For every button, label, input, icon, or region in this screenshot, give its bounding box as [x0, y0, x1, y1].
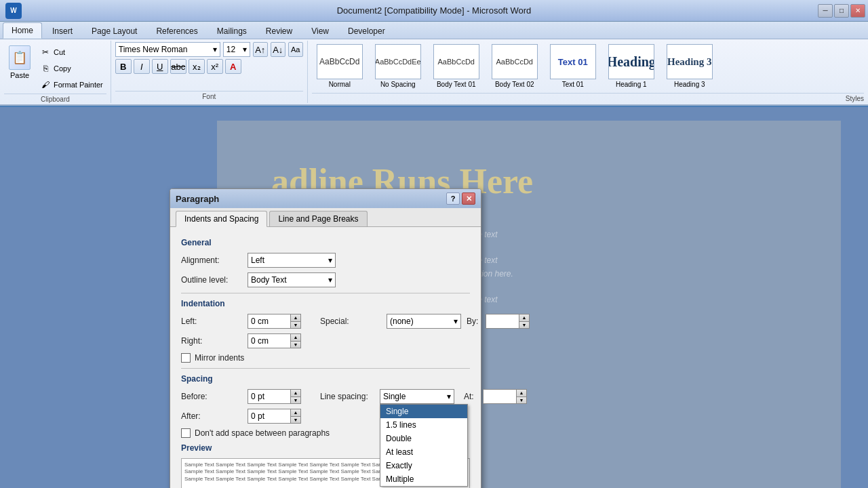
- italic-button[interactable]: I: [134, 59, 150, 74]
- dropdown-item-1-5[interactable]: 1.5 lines: [380, 418, 467, 432]
- dialog-title-bar: Paragraph ? ✕: [170, 189, 481, 208]
- subscript-button[interactable]: x₂: [189, 59, 205, 74]
- font-label: Font: [115, 91, 303, 102]
- tab-home[interactable]: Home: [3, 22, 42, 39]
- by-down[interactable]: ▼: [519, 322, 529, 329]
- copy-icon: ⎘: [40, 63, 51, 74]
- line-spacing-label: Line spacing:: [320, 392, 374, 401]
- right-indent-down[interactable]: ▼: [291, 342, 300, 348]
- title-bar: W Document2 [Compatibility Mode] - Micro…: [0, 0, 868, 22]
- after-value[interactable]: 0 pt: [248, 409, 291, 424]
- format-painter-button[interactable]: 🖌 Format Painter: [37, 77, 106, 92]
- decrease-font-button[interactable]: A↓: [271, 42, 285, 57]
- after-down[interactable]: ▼: [291, 417, 300, 424]
- before-value[interactable]: 0 pt: [248, 389, 291, 404]
- paste-button[interactable]: 📋 Paste: [4, 42, 35, 83]
- change-case-button[interactable]: Aa: [288, 42, 303, 57]
- alignment-label: Alignment:: [181, 256, 242, 265]
- by-up[interactable]: ▲: [519, 314, 529, 322]
- paste-icon: 📋: [9, 45, 31, 70]
- at-value[interactable]: [483, 389, 517, 404]
- cut-button[interactable]: ✂ Cut: [37, 45, 106, 60]
- dont-add-space-checkbox[interactable]: [181, 428, 191, 438]
- maximize-button[interactable]: □: [834, 4, 849, 18]
- dropdown-item-exactly[interactable]: Exactly: [380, 459, 467, 472]
- font-name-dropdown[interactable]: Times New Roman ▾: [115, 42, 220, 57]
- alignment-dropdown[interactable]: Left ▾: [248, 253, 336, 268]
- line-spacing-dropdown[interactable]: Single ▾: [380, 389, 454, 404]
- dialog-close-button[interactable]: ✕: [462, 192, 475, 205]
- increase-font-button[interactable]: A↑: [253, 42, 268, 57]
- left-indent-input: 0 cm ▲ ▼: [248, 314, 301, 329]
- style-body-text-01[interactable]: AaBbCcDd Body Text 01: [429, 42, 484, 90]
- clipboard-content: 📋 Paste ✂ Cut ⎘ Copy 🖌 Format Painter: [4, 42, 106, 92]
- tab-references[interactable]: References: [147, 23, 206, 39]
- superscript-button[interactable]: x²: [207, 59, 223, 74]
- style-heading-3[interactable]: Heading 3 Heading 3: [662, 42, 717, 90]
- style-text-01[interactable]: Text 01 Text 01: [545, 42, 601, 90]
- tab-developer[interactable]: Developer: [339, 23, 394, 39]
- after-up[interactable]: ▲: [291, 409, 300, 417]
- ribbon-tabs: Home Insert Page Layout References Maili…: [0, 22, 868, 39]
- minimize-button[interactable]: ─: [818, 4, 833, 18]
- dropdown-item-double[interactable]: Double: [380, 432, 467, 445]
- tab-view[interactable]: View: [302, 23, 338, 39]
- style-normal-label: Normal: [329, 81, 351, 88]
- before-down[interactable]: ▼: [291, 397, 300, 404]
- underline-button[interactable]: U: [152, 59, 168, 74]
- dont-add-space-label: Don't add space between paragraphs: [195, 428, 330, 438]
- dropdown-item-multiple[interactable]: Multiple: [380, 472, 467, 486]
- style-normal[interactable]: AaBbCcDd Normal: [312, 42, 368, 90]
- style-no-spacing-preview: AaBbCcDdEe: [375, 44, 421, 79]
- after-label: After:: [181, 411, 242, 421]
- ribbon: 📋 Paste ✂ Cut ⎘ Copy 🖌 Format Painter Cl…: [0, 39, 868, 106]
- copy-button[interactable]: ⎘ Copy: [37, 61, 106, 76]
- special-dropdown[interactable]: (none) ▾: [387, 314, 461, 329]
- dropdown-item-single[interactable]: Single: [380, 405, 467, 418]
- before-label: Before:: [181, 392, 242, 401]
- style-heading-3-label: Heading 3: [674, 81, 705, 88]
- style-body-text-02[interactable]: AaBbCcDd Body Text 02: [487, 42, 542, 90]
- tab-mailings[interactable]: Mailings: [208, 23, 256, 39]
- style-text-01-preview: Text 01: [550, 44, 596, 79]
- mirror-indents-checkbox[interactable]: [181, 353, 191, 363]
- font-size-dropdown[interactable]: 12 ▾: [223, 42, 250, 57]
- left-indent-down[interactable]: ▼: [291, 322, 300, 329]
- tab-page-layout[interactable]: Page Layout: [83, 23, 146, 39]
- outline-level-label: Outline level:: [181, 275, 242, 285]
- indentation-header: Indentation: [181, 299, 470, 308]
- style-body-text-01-preview: AaBbCcDd: [433, 44, 479, 79]
- by-input: ▲ ▼: [486, 314, 530, 329]
- tab-insert[interactable]: Insert: [43, 23, 81, 39]
- style-no-spacing[interactable]: AaBbCcDdEe No Spacing: [370, 42, 426, 90]
- dialog-tab-indents-spacing[interactable]: Indents and Spacing: [176, 211, 267, 227]
- close-button[interactable]: ✕: [850, 4, 865, 18]
- at-up[interactable]: ▲: [517, 390, 526, 397]
- strikethrough-button[interactable]: abc: [170, 59, 186, 74]
- cut-icon: ✂: [40, 47, 51, 58]
- by-value[interactable]: [486, 314, 519, 329]
- outline-level-dropdown[interactable]: Body Text ▾: [248, 272, 336, 287]
- alignment-row: Alignment: Left ▾: [181, 253, 470, 268]
- right-indent-up[interactable]: ▲: [291, 334, 300, 342]
- dialog-help-button[interactable]: ?: [446, 192, 460, 205]
- right-indent-value[interactable]: 0 cm: [248, 333, 291, 348]
- left-indent-label: Left:: [181, 317, 242, 326]
- window-controls: ─ □ ✕: [818, 4, 865, 18]
- bold-button[interactable]: B: [115, 59, 132, 74]
- dialog-overlay: Paragraph ? ✕ Indents and Spacing Line a…: [0, 107, 868, 488]
- dialog-tab-line-page-breaks[interactable]: Line and Page Breaks: [269, 211, 367, 226]
- font-color-button[interactable]: A: [225, 59, 241, 74]
- dialog-title-buttons: ? ✕: [446, 192, 475, 205]
- left-indent-value[interactable]: 0 cm: [248, 314, 291, 329]
- at-down[interactable]: ▼: [517, 397, 526, 404]
- paragraph-dialog: Paragraph ? ✕ Indents and Spacing Line a…: [170, 188, 481, 488]
- by-spinners: ▲ ▼: [519, 314, 530, 329]
- style-heading-1-label: Heading 1: [616, 81, 647, 88]
- before-up[interactable]: ▲: [291, 390, 300, 397]
- paste-label: Paste: [10, 71, 29, 79]
- style-heading-1[interactable]: Heading Heading 1: [604, 42, 659, 90]
- tab-review[interactable]: Review: [257, 23, 301, 39]
- left-indent-up[interactable]: ▲: [291, 314, 300, 322]
- dropdown-item-at-least[interactable]: At least: [380, 445, 467, 459]
